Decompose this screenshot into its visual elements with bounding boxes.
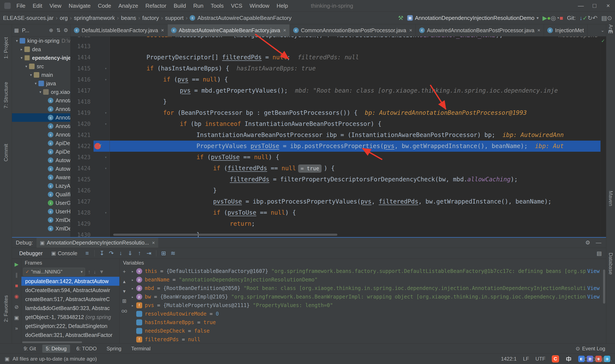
code-line[interactable]: 1425filteredPds = filterPropertyDescript… bbox=[70, 174, 601, 185]
tree-node[interactable]: ▾ependency-injection bbox=[12, 53, 70, 62]
evaluate-button[interactable]: ⊞ bbox=[122, 298, 126, 304]
editor-tab[interactable]: cInjectionMet bbox=[544, 24, 588, 36]
code-line[interactable]: 1413 bbox=[70, 41, 601, 52]
breakpoint-gutter[interactable] bbox=[94, 118, 102, 130]
breakpoint-gutter[interactable] bbox=[94, 107, 102, 118]
tree-node[interactable]: cXmlDepe bbox=[12, 216, 70, 224]
breakpoint-icon[interactable]: ✓ bbox=[94, 143, 101, 149]
variable-row[interactable]: ffilteredPds = null bbox=[129, 335, 606, 343]
tree-node[interactable]: ▾king-in-springD:\worl bbox=[12, 37, 70, 45]
tree-node[interactable]: cAutowiri bbox=[12, 165, 70, 173]
code-line[interactable]: 1418} bbox=[70, 96, 601, 107]
tree-node[interactable]: ▾main bbox=[12, 71, 70, 79]
more-options-button[interactable]: » bbox=[15, 325, 18, 331]
close-icon[interactable]: × bbox=[152, 240, 155, 246]
variable-row[interactable]: hasInstAwareBpps = true bbox=[129, 318, 606, 327]
tree-node[interactable]: cAnnotat bbox=[12, 113, 70, 122]
stack-frame-row[interactable]: lambda$doGetBean$0:323, Abstrac bbox=[21, 304, 119, 312]
update-project-button[interactable]: ↓ bbox=[580, 15, 583, 21]
settings-button[interactable]: ⚙ bbox=[63, 27, 68, 33]
tree-node[interactable]: ▾src bbox=[12, 62, 70, 71]
fold-marker[interactable]: ▾ bbox=[102, 163, 110, 174]
variable-row[interactable]: ▸pbeanName = "annotationDependencyInject… bbox=[129, 275, 606, 284]
debug-settings-button[interactable]: ⚙ bbox=[585, 239, 590, 246]
resume-button[interactable]: ▶ bbox=[14, 261, 18, 267]
code-line[interactable]: 1421InstantiationAwareBeanPostProcessor … bbox=[70, 130, 601, 141]
editor-tab[interactable]: cAutowiredAnnotationBeanPostProcessor.ja… bbox=[416, 24, 544, 36]
code-line[interactable]: 1415▾if (hasInstAwareBpps) {hasInstAware… bbox=[70, 63, 601, 74]
menu-item-file[interactable]: File bbox=[13, 2, 29, 9]
breakpoint-gutter[interactable] bbox=[94, 218, 102, 229]
stack-frame-row[interactable]: getObject:-1, 758348212 (org.spring bbox=[21, 312, 119, 322]
caret-position[interactable]: 1422:1 bbox=[501, 356, 517, 362]
thread-selector[interactable]: ✓ "mai...NNING" ▾ bbox=[23, 268, 85, 276]
fold-marker[interactable]: ▾ bbox=[102, 118, 110, 130]
close-icon[interactable]: × bbox=[161, 27, 164, 33]
commit-button[interactable]: ✓ bbox=[583, 15, 588, 21]
editor-horizontal-scrollbar[interactable] bbox=[113, 234, 337, 236]
breakpoint-gutter[interactable]: ✓ bbox=[94, 141, 102, 152]
event-log-button[interactable]: ⊙ Event Log bbox=[576, 346, 605, 352]
menu-item-navigate[interactable]: Navigate bbox=[65, 2, 94, 9]
breadcrumb-item[interactable]: beans bbox=[121, 15, 136, 21]
tool-window-button-6-todo[interactable]: 6: TODO bbox=[73, 345, 100, 353]
breakpoint-gutter[interactable] bbox=[94, 130, 102, 141]
tool-stripe-button[interactable]: Maven bbox=[608, 191, 614, 206]
tree-node[interactable]: ▾org.xiaoge.tl bbox=[12, 88, 70, 96]
step-into-button[interactable]: ↓ bbox=[116, 250, 125, 257]
code-line[interactable]: 1422✓PropertyValues pvsToUse = ibp.postP… bbox=[70, 141, 601, 152]
step-out-button[interactable]: ↑ bbox=[135, 250, 144, 257]
variable-row[interactable]: ▸fpvs = {MutablePropertyValues@2111} "Pr… bbox=[129, 301, 606, 310]
maximize-button[interactable]: □ bbox=[588, 2, 601, 9]
locate-file-button[interactable]: ⊕ bbox=[49, 27, 53, 33]
code-line[interactable]: 1417pvs = mbd.getPropertyValues();mbd: "… bbox=[70, 85, 601, 96]
add-watch-button[interactable]: + bbox=[123, 269, 126, 275]
tool-window-button-spring[interactable]: Spring bbox=[103, 345, 125, 353]
tree-node[interactable]: ▾java bbox=[12, 79, 70, 88]
fold-marker[interactable]: ▾ bbox=[102, 63, 110, 74]
layout-menu-icon[interactable]: ≡ bbox=[82, 250, 92, 257]
code-line[interactable]: 1426} bbox=[70, 185, 601, 196]
tree-node[interactable]: ▸dea bbox=[12, 45, 70, 53]
show-execution-point-button[interactable]: ↧ bbox=[97, 250, 107, 257]
breadcrumb-item[interactable]: factory bbox=[142, 15, 159, 21]
close-icon[interactable]: × bbox=[409, 27, 412, 33]
variable-row[interactable]: resolvedAutowireMode = 0 bbox=[129, 310, 606, 318]
stop-button[interactable]: ■ bbox=[560, 15, 563, 21]
tool-window-button-9-git[interactable]: 9: Git bbox=[20, 345, 39, 353]
breakpoint-gutter[interactable] bbox=[94, 52, 102, 63]
breadcrumb-item[interactable]: AbstractAutowireCapableBeanFactory bbox=[197, 15, 292, 21]
stop-session-button[interactable]: ■ bbox=[15, 283, 18, 289]
editor-tab[interactable]: cDefaultListableBeanFactory.java× bbox=[70, 24, 168, 36]
menu-item-edit[interactable]: Edit bbox=[29, 2, 46, 9]
editor-layout-button[interactable]: ▤ bbox=[601, 15, 607, 21]
menu-item-refactor[interactable]: Refactor bbox=[142, 2, 170, 9]
code-line[interactable]: 1414PropertyDescriptor[] filteredPds = n… bbox=[70, 52, 601, 63]
pause-button[interactable]: ∥ bbox=[15, 272, 18, 278]
tree-node[interactable]: cAwareInt bbox=[12, 173, 70, 182]
debug-session-tab[interactable]: ▣ AnnotationDependencyInjectionResolutio… bbox=[37, 238, 159, 248]
menu-item-build[interactable]: Build bbox=[170, 2, 190, 9]
menu-item-code[interactable]: Code bbox=[94, 2, 115, 9]
history-button[interactable]: ↻ bbox=[588, 15, 592, 21]
breakpoint-gutter[interactable] bbox=[94, 37, 102, 41]
show-watches-button[interactable]: oo bbox=[121, 308, 127, 314]
code-line[interactable]: 1416▾if (pvs == null) { bbox=[70, 74, 601, 85]
fold-marker[interactable]: ▾ bbox=[102, 74, 110, 85]
tool-stripe-button[interactable]: 7: Structure bbox=[3, 82, 9, 108]
breakpoint-gutter[interactable] bbox=[94, 41, 102, 52]
variable-row[interactable]: ▸pmbd = {RootBeanDefinition@2050} "Root … bbox=[129, 284, 606, 293]
breakpoint-gutter[interactable] bbox=[94, 185, 102, 196]
close-button[interactable]: × bbox=[601, 2, 615, 9]
stack-frame-row[interactable]: doCreateBean:594, AbstractAutowir bbox=[21, 286, 119, 295]
prev-frame-button[interactable]: ↑ bbox=[88, 269, 91, 275]
evaluate-expression-button[interactable]: ⊞ bbox=[159, 250, 168, 257]
restore-layout-button[interactable]: ▤ bbox=[596, 250, 602, 257]
build-hammer-icon[interactable]: ⚒ bbox=[398, 15, 403, 21]
editor-tab[interactable]: cAbstractAutowireCapableBeanFactory.java… bbox=[168, 24, 290, 36]
stack-frame-row[interactable]: createBean:517, AbstractAutowireC bbox=[21, 295, 119, 304]
stack-frame-row[interactable]: doGetBean:321, AbstractBeanFactor bbox=[21, 330, 119, 339]
menu-item-run[interactable]: Run bbox=[190, 2, 207, 9]
menu-item-window[interactable]: Window bbox=[246, 2, 273, 9]
tool-stripe-button[interactable]: 2: Favorites bbox=[3, 295, 9, 322]
